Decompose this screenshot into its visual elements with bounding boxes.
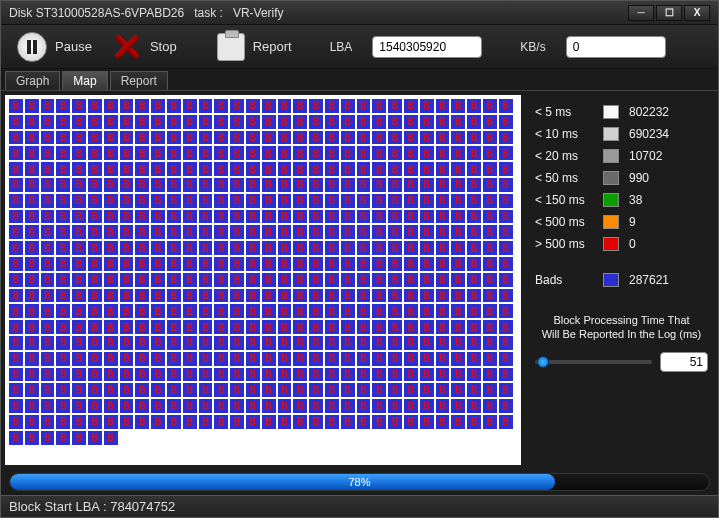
block-cell [308,224,324,240]
block-cell [166,161,182,177]
block-cell [229,288,245,304]
slider-caption: Block Processing Time That Will Be Repor… [535,313,708,342]
block-cell [198,272,214,288]
block-cell [435,335,451,351]
block-cell [261,272,277,288]
block-cell [134,319,150,335]
block-cell [119,367,135,383]
block-cell [182,209,198,225]
block-cell [134,193,150,209]
block-cell [277,256,293,272]
block-cell [450,414,466,430]
block-cell [435,367,451,383]
block-cell [8,224,24,240]
block-cell [182,319,198,335]
close-button[interactable]: X [684,5,710,21]
block-cell [71,177,87,193]
block-cell [40,272,56,288]
block-cell [261,209,277,225]
tab-report[interactable]: Report [110,71,168,90]
block-cell [87,114,103,130]
block-cell [387,209,403,225]
block-cell [261,130,277,146]
block-cell [182,145,198,161]
block-cell [40,319,56,335]
block-cell [119,193,135,209]
block-cell [8,319,24,335]
block-cell [450,319,466,335]
tab-map[interactable]: Map [62,71,107,90]
block-cell [450,303,466,319]
block-cell [213,130,229,146]
block-cell [134,272,150,288]
block-cell [419,398,435,414]
block-cell [292,98,308,114]
legend-row: < 20 ms10702 [535,145,708,167]
legend-count: 38 [629,193,642,207]
block-cell [119,335,135,351]
block-cell [24,177,40,193]
block-cell [103,367,119,383]
block-cell [182,130,198,146]
minimize-button[interactable]: ─ [628,5,654,21]
block-cell [24,161,40,177]
legend-count: 802232 [629,105,669,119]
block-cell [466,414,482,430]
block-cell [387,193,403,209]
block-cell [482,130,498,146]
block-cell [482,240,498,256]
block-cell [40,114,56,130]
legend-row: < 50 ms990 [535,167,708,189]
title-disk: Disk ST31000528AS-6VPABD26 [9,6,184,20]
block-cell [498,303,514,319]
block-cell [213,414,229,430]
title-sep: task : [194,6,223,20]
block-cell [261,193,277,209]
report-button[interactable]: Report [217,33,292,61]
block-cell [213,240,229,256]
block-cell [182,114,198,130]
block-cell [261,98,277,114]
maximize-button[interactable]: ☐ [656,5,682,21]
block-cell [466,145,482,161]
block-cell [71,335,87,351]
block-cell [450,130,466,146]
block-cell [55,98,71,114]
block-cell [308,240,324,256]
block-cell [324,209,340,225]
slider-thumb[interactable] [537,356,549,368]
block-cell [134,256,150,272]
block-cell [198,367,214,383]
block-cell [40,430,56,446]
lba-label: LBA [330,40,353,54]
block-cell [166,130,182,146]
tab-graph[interactable]: Graph [5,71,60,90]
block-cell [40,161,56,177]
progress-wrap: 78% [1,469,718,495]
block-cell [103,114,119,130]
block-cell [198,382,214,398]
block-cell [466,161,482,177]
block-cell [292,193,308,209]
pause-button[interactable]: Pause [17,32,92,62]
block-cell [498,319,514,335]
block-cell [419,177,435,193]
block-cell [450,114,466,130]
stop-button[interactable]: Stop [112,32,177,62]
block-cell [292,177,308,193]
block-cell [150,303,166,319]
block-cell [40,98,56,114]
lba-input[interactable] [372,36,482,58]
block-cell [24,256,40,272]
block-cell [466,177,482,193]
block-cell [24,98,40,114]
block-cell [356,145,372,161]
kbs-input[interactable] [566,36,666,58]
threshold-slider[interactable] [535,360,652,364]
threshold-value[interactable] [660,352,708,372]
block-cell [261,256,277,272]
block-cell [87,161,103,177]
legend-bads-row: Bads 287621 [535,269,708,291]
legend-count: 990 [629,171,649,185]
block-cell [229,161,245,177]
